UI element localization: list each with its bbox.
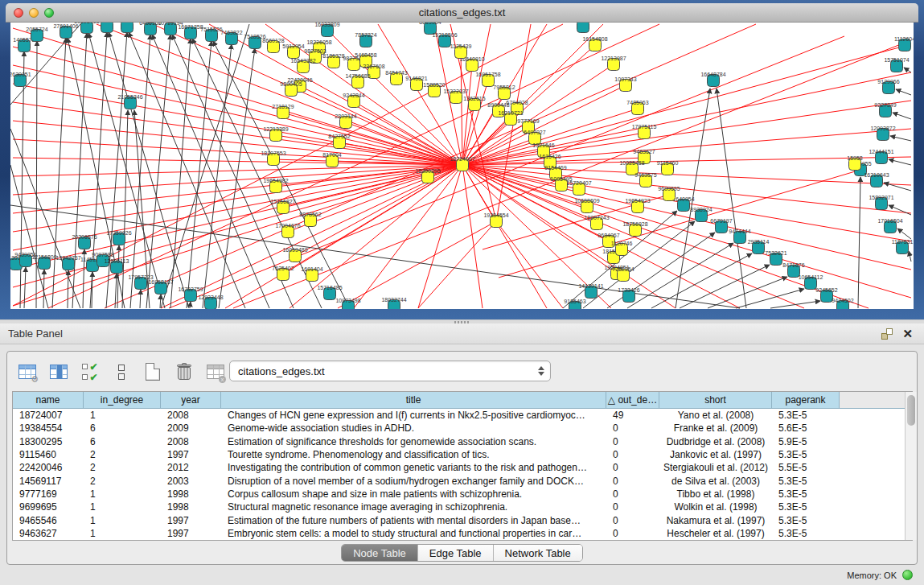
graph-node[interactable]: 1588520 (423, 82, 445, 97)
graph-node[interactable]: 16958167 (148, 279, 173, 295)
graph-edge[interactable] (122, 110, 128, 308)
graph-node[interactable]: 7857224 (355, 32, 376, 47)
graph-edge[interactable] (462, 165, 911, 270)
graph-node[interactable]: 10688609 (574, 198, 599, 213)
table-row[interactable]: 946554611997Estimation of the future num… (13, 513, 912, 526)
graph-edge[interactable] (717, 89, 746, 308)
graph-edge[interactable] (858, 177, 860, 308)
column-header-in_degree[interactable]: in_degree (84, 392, 161, 408)
graph-node[interactable]: 9129966 (877, 79, 899, 94)
graph-node[interactable]: 12213987 (601, 56, 626, 71)
table-options-button[interactable]: ⚙ (15, 360, 39, 384)
zoom-window-button[interactable] (44, 8, 54, 18)
graph-node[interactable]: 15751074 (884, 57, 909, 72)
graph-node[interactable]: 17975115 (632, 124, 657, 139)
graph-node[interactable]: 2803144 (335, 113, 356, 129)
table-selector-dropdown[interactable]: citations_edges.txt (229, 360, 551, 381)
graph-node[interactable]: 15958 (847, 155, 863, 171)
graph-node[interactable]: 1527602 (116, 23, 138, 33)
graph-edge[interactable] (462, 165, 587, 207)
graph-edge[interactable] (893, 113, 911, 119)
graph-edge[interactable] (496, 221, 563, 308)
graph-node[interactable]: 1112604 (894, 36, 914, 51)
graph-node[interactable]: 19384554 (483, 212, 508, 228)
graph-node[interactable]: 15892971 (869, 195, 893, 210)
graph-edge[interactable] (770, 301, 820, 308)
graph-edge[interactable] (627, 243, 733, 308)
graph-edge[interactable] (338, 221, 496, 308)
table-scrollbar[interactable] (905, 392, 917, 540)
graph-node[interactable]: 17004676 (275, 223, 300, 238)
graph-node[interactable]: 5912954 (282, 43, 304, 59)
graph-node[interactable]: 17016504 (877, 218, 902, 233)
graph-edge[interactable] (736, 289, 804, 308)
graph-edge[interactable] (708, 277, 787, 308)
graph-node[interactable]: 12444151 (869, 149, 893, 164)
graph-node[interactable]: 18032744 (381, 297, 406, 309)
column-header-short[interactable]: short (659, 392, 772, 408)
graph-node[interactable]: 8186328 (322, 53, 344, 68)
delete-rows-button[interactable] (172, 360, 196, 384)
table-row[interactable]: 2242004622012Investigating the contribut… (13, 461, 912, 474)
network-window-titlebar[interactable]: citations_edges.txt (6, 3, 918, 23)
graph-edge[interactable] (203, 44, 232, 308)
graph-node[interactable]: 13942737 (55, 255, 80, 270)
table-row[interactable]: 1872400712008Changes of HCN gene express… (13, 409, 912, 422)
graph-node[interactable]: 7515526 (200, 27, 222, 42)
graph-node[interactable]: 19654923 (625, 198, 650, 213)
graph-edge[interactable] (295, 165, 462, 256)
table-row[interactable]: 1456911722003Disruption of a novel membe… (13, 474, 912, 487)
tab-network-table[interactable]: Network Table (494, 545, 582, 561)
column-header-year[interactable]: year (161, 392, 221, 408)
graph-node[interactable]: 16033809 (314, 23, 339, 37)
table-row[interactable]: 1830029562008Estimation of significance … (13, 435, 912, 448)
graph-edge[interactable] (462, 157, 911, 165)
graph-node[interactable]: 18907243 (584, 215, 609, 230)
network-canvas[interactable]: 1405572205572427691406205937181065532715… (10, 23, 914, 309)
graph-edge[interactable] (10, 129, 80, 308)
graph-edge[interactable] (130, 35, 150, 308)
graph-node[interactable]: 9463575 (634, 172, 656, 187)
graph-edge[interactable] (909, 251, 911, 262)
graph-node[interactable]: 1187531 (892, 239, 914, 254)
tab-node-table[interactable]: Node Table (342, 545, 418, 561)
graph-edge[interactable] (187, 41, 211, 308)
graph-node[interactable]: 17359926 (106, 230, 131, 245)
scrollbar-thumb[interactable] (907, 395, 915, 426)
table-row[interactable]: 1938455462009Genome-wide association stu… (13, 422, 912, 435)
graph-node[interactable]: 1733426 (618, 287, 639, 303)
graph-node[interactable]: 7463822 (220, 30, 242, 45)
graph-node[interactable]: 12156809 (31, 254, 56, 270)
graph-edge[interactable] (889, 159, 911, 165)
graph-edge[interactable] (896, 89, 911, 95)
graph-node[interactable]: 8454743 (385, 70, 407, 85)
graph-node[interactable]: 2718129 (272, 104, 294, 119)
table-row[interactable]: 977716911998Corpus callosum shape and si… (13, 488, 912, 501)
graph-edge[interactable] (462, 165, 911, 298)
graph-node[interactable]: 16210643 (864, 172, 889, 187)
graph-edge[interactable] (190, 302, 191, 308)
graph-node[interactable]: 9424502 (832, 298, 853, 309)
graph-node[interactable]: 9115460 (657, 160, 679, 175)
table-row[interactable]: 969969511998Structural magnetic resonanc… (13, 501, 912, 513)
graph-node[interactable]: 9185463 (564, 299, 585, 309)
table-row[interactable]: 911546021997Tourette syndrome. Phenomeno… (13, 448, 912, 461)
graph-edge[interactable] (169, 36, 844, 308)
graph-node[interactable]: 18107553 (261, 150, 285, 166)
graph-node[interactable]: 16154808 (582, 36, 607, 51)
graph-edge[interactable] (36, 41, 37, 308)
graph-node[interactable]: 16671358 (178, 24, 203, 39)
graph-edge[interactable] (904, 68, 911, 72)
graph-node[interactable]: 16099489 (282, 247, 307, 262)
float-window-icon[interactable] (881, 328, 893, 340)
column-header-name[interactable]: name (13, 392, 84, 408)
graph-edge[interactable] (152, 35, 269, 308)
graph-edge[interactable] (346, 122, 462, 165)
create-new-table-button[interactable] (141, 360, 165, 384)
graph-node[interactable]: 8878562 (299, 212, 321, 227)
close-window-button[interactable] (14, 8, 23, 18)
delete-table-button[interactable]: x (203, 360, 228, 384)
table-row[interactable]: 946362711997Embryonic stem cells: a mode… (13, 527, 912, 540)
select-all-rows-button[interactable]: ✔ ✔ (78, 360, 102, 384)
graph-edge[interactable] (418, 165, 462, 308)
